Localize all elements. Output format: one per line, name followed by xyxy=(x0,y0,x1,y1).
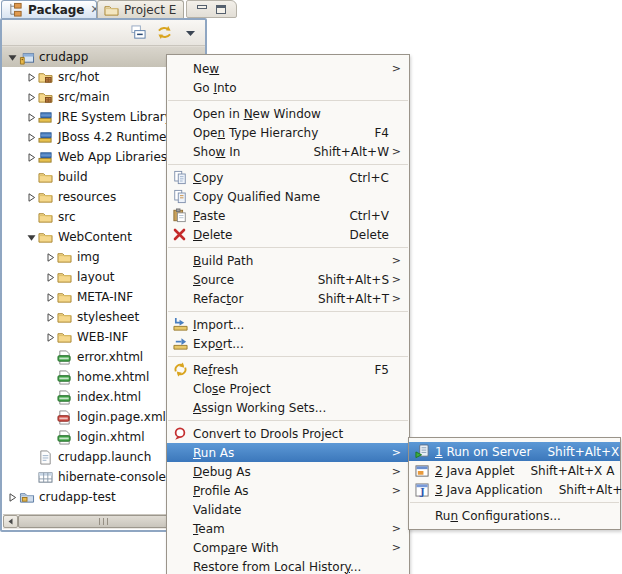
submenu-item-run-configurations[interactable]: Run Configurations... xyxy=(409,506,620,525)
expander-spacer xyxy=(44,349,57,365)
menu-shortcut: Shift+Alt+W xyxy=(298,145,390,159)
tree-item-label: src xyxy=(55,210,79,224)
menu-item-copy-qualified-name[interactable]: Copy Qualified Name xyxy=(167,187,409,206)
tab-label: Project E xyxy=(124,3,176,17)
blank-icon xyxy=(173,291,193,307)
expander-expanded-icon[interactable] xyxy=(6,49,19,65)
text-file-icon xyxy=(38,449,55,465)
menu-item-convert-to-drools-project[interactable]: Convert to Drools Project xyxy=(167,424,409,443)
collapse-all-button[interactable] xyxy=(128,24,148,42)
expander-collapsed-icon[interactable] xyxy=(25,109,38,125)
expander-collapsed-icon[interactable] xyxy=(25,189,38,205)
project-closed-icon xyxy=(19,489,36,505)
tree-indent xyxy=(2,217,25,218)
expander-collapsed-icon[interactable] xyxy=(25,129,38,145)
tree-item-label: error.xhtml xyxy=(74,350,146,364)
blank-icon xyxy=(173,272,193,288)
scroll-left-button[interactable] xyxy=(3,515,18,528)
menu-shortcut: Shift+Alt+X R xyxy=(531,445,622,459)
expander-collapsed-icon[interactable] xyxy=(44,269,57,285)
blank-icon xyxy=(173,125,193,141)
menu-separator xyxy=(168,164,408,165)
menu-item-open-in-new-window[interactable]: Open in New Window xyxy=(167,104,409,123)
expander-collapsed-icon[interactable] xyxy=(44,249,57,265)
menu-separator xyxy=(168,311,408,312)
menu-item-import[interactable]: Import... xyxy=(167,315,409,334)
blank-icon xyxy=(173,400,193,416)
tree-item-label: crudapp xyxy=(36,50,91,64)
menu-item-assign-working-sets[interactable]: Assign Working Sets... xyxy=(167,398,409,417)
expander-expanded-icon[interactable] xyxy=(25,229,38,245)
tree-item-label: login.page.xml xyxy=(74,410,169,424)
menu-item-refactor[interactable]: RefactorShift+Alt+T> xyxy=(167,289,409,308)
expander-collapsed-icon[interactable] xyxy=(25,69,38,85)
xml-file-icon xyxy=(57,409,74,425)
submenu-item-3-java-application[interactable]: J3 Java ApplicationShift+Alt+X J xyxy=(409,480,620,499)
menu-item-label: New xyxy=(193,62,219,76)
tree-item-label: resources xyxy=(55,190,119,204)
menu-item-label: Restore from Local History... xyxy=(193,560,361,574)
view-menu-button[interactable] xyxy=(180,24,200,42)
tree-item-label: img xyxy=(74,250,103,264)
close-icon[interactable]: ✕ xyxy=(91,3,98,16)
blank-icon xyxy=(173,540,193,556)
menu-item-paste[interactable]: PasteCtrl+V xyxy=(167,206,409,225)
expander-collapsed-icon[interactable] xyxy=(25,89,38,105)
folder-icon xyxy=(38,209,55,225)
menu-item-copy[interactable]: CopyCtrl+C xyxy=(167,168,409,187)
expander-collapsed-icon[interactable] xyxy=(6,489,19,505)
menu-item-debug-as[interactable]: Debug As> xyxy=(167,462,409,481)
folder-icon xyxy=(38,169,55,185)
menu-item-label: Import... xyxy=(193,318,244,332)
scrollbar-thumb[interactable] xyxy=(18,515,188,528)
menu-item-source[interactable]: SourceShift+Alt+S> xyxy=(167,270,409,289)
menu-item-team[interactable]: Team> xyxy=(167,519,409,538)
menu-shortcut: Shift+Alt+X A xyxy=(514,464,614,478)
library-icon xyxy=(38,109,55,125)
menu-item-go-into[interactable]: Go Into xyxy=(167,78,409,97)
menu-item-export[interactable]: Export... xyxy=(167,334,409,353)
expander-collapsed-icon[interactable] xyxy=(44,289,57,305)
submenu-arrow-icon: > xyxy=(389,292,401,305)
menu-separator xyxy=(168,356,408,357)
submenu-item-1-run-on-server[interactable]: 1 Run on ServerShift+Alt+X R xyxy=(409,442,620,461)
menu-item-run-as[interactable]: Run As> xyxy=(167,443,409,462)
menu-item-close-project[interactable]: Close Project xyxy=(167,379,409,398)
expander-collapsed-icon[interactable] xyxy=(25,149,38,165)
run-on-server-icon xyxy=(415,444,435,460)
menu-item-restore-from-local-history[interactable]: Restore from Local History... xyxy=(167,557,409,574)
link-with-editor-button[interactable] xyxy=(154,24,174,42)
tab-project-explorer[interactable]: Project E xyxy=(97,0,184,18)
menu-item-label: Open Type Hierarchy xyxy=(193,126,318,140)
menu-item-refresh[interactable]: RefreshF5 xyxy=(167,360,409,379)
source-folder-icon xyxy=(38,89,55,105)
minimize-button[interactable] xyxy=(197,5,207,14)
expander-collapsed-icon[interactable] xyxy=(44,329,57,345)
menu-item-profile-as[interactable]: Profile As> xyxy=(167,481,409,500)
menu-item-show-in[interactable]: Show InShift+Alt+W> xyxy=(167,142,409,161)
submenu-arrow-icon: > xyxy=(389,484,401,497)
source-folder-icon xyxy=(38,69,55,85)
drools-icon xyxy=(173,426,193,442)
expander-collapsed-icon[interactable] xyxy=(44,309,57,325)
menu-separator xyxy=(168,420,408,421)
folder-icon xyxy=(57,309,74,325)
maximize-button[interactable] xyxy=(216,5,226,14)
menu-item-delete[interactable]: DeleteDelete xyxy=(167,225,409,244)
tree-item-label: Web App Libraries xyxy=(55,150,170,164)
menu-item-validate[interactable]: Validate xyxy=(167,500,409,519)
submenu-item-2-java-applet[interactable]: 2 Java AppletShift+Alt+X A xyxy=(409,461,620,480)
menu-item-label: Delete xyxy=(193,228,232,242)
java-applet-icon xyxy=(415,463,435,479)
menu-item-open-type-hierarchy[interactable]: Open Type HierarchyF4 xyxy=(167,123,409,142)
menu-item-new[interactable]: New> xyxy=(167,59,409,78)
paste-icon xyxy=(173,208,193,224)
menu-item-compare-with[interactable]: Compare With> xyxy=(167,538,409,557)
tab-package-explorer[interactable]: Package ✕ xyxy=(1,0,97,18)
menu-item-build-path[interactable]: Build Path> xyxy=(167,251,409,270)
submenu-arrow-icon: > xyxy=(389,446,401,459)
run-as-submenu: 1 Run on ServerShift+Alt+X R2 Java Apple… xyxy=(408,437,621,530)
menu-item-label: 2 Java Applet xyxy=(435,464,514,478)
project-open-icon xyxy=(19,49,36,65)
tree-item-label: src/main xyxy=(55,90,113,104)
